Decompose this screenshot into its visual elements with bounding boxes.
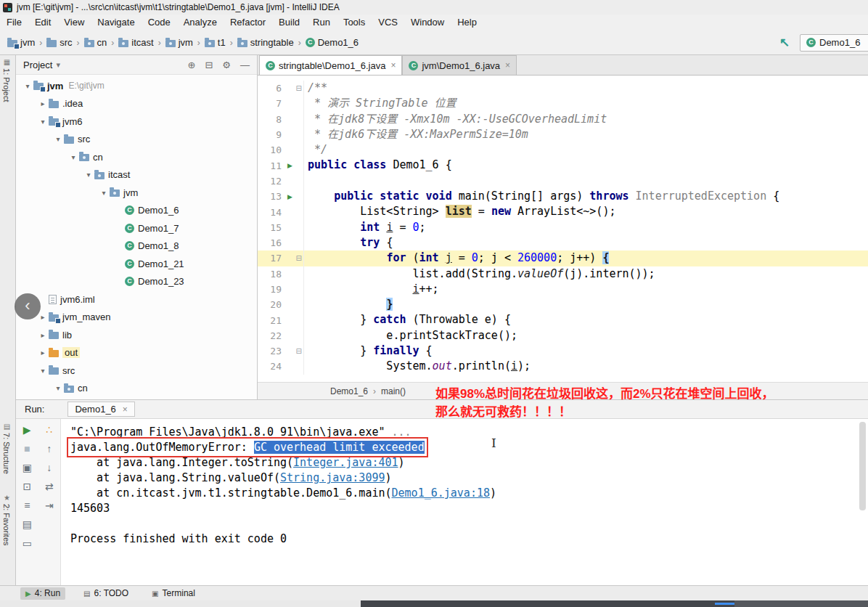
breadcrumb-item[interactable]: cn [83,36,109,49]
scroll-to-end-icon[interactable]: ⇥ [45,500,54,511]
tree-item-src[interactable]: ▾src [16,362,257,380]
breadcrumb-item[interactable]: CDemo1_6 [304,36,360,49]
fold-icon[interactable]: ⊟ [296,347,302,355]
console-token[interactable]: Demo1_6.java:18 [392,486,490,500]
expanded-arrow-icon[interactable]: ▾ [52,384,64,392]
tree-item-Demo1_6[interactable]: CDemo1_6 [16,202,257,220]
code-line[interactable]: 18 list.add(String.valueOf(j).intern()); [258,266,868,282]
tree-item-out[interactable]: ▸out [16,344,257,362]
close-tab-icon[interactable]: × [505,60,510,70]
console-output[interactable]: "C:\Program Files\Java\jdk1.8.0_91\bin\j… [61,419,868,585]
collapsed-arrow-icon[interactable]: ▸ [37,313,49,321]
hide-icon[interactable]: — [240,60,250,70]
toolwindow-tab-terminal[interactable]: ▣Terminal [147,587,200,600]
tree-item-Demo1_8[interactable]: CDemo1_8 [16,237,257,256]
collapsed-arrow-icon[interactable]: ▸ [37,331,49,339]
tree-item-Demo1_23[interactable]: CDemo1_23 [16,273,257,291]
code-line[interactable]: 19 i++; [258,282,868,297]
tree-item-jvm_maven[interactable]: ▸jvm_maven [16,309,257,327]
toolwindow-button-1-project[interactable]: ▦ 1: Project [2,58,11,102]
menu-analyze[interactable]: Analyze [177,15,224,30]
expanded-arrow-icon[interactable]: ▾ [52,135,64,143]
code-line[interactable]: 9 * 在jdk6下设置 -XX:MaxPermSize=10m [258,127,868,142]
collapse-all-icon[interactable]: ⊟ [205,60,213,70]
locate-icon[interactable]: ⊕ [188,60,196,70]
expanded-arrow-icon[interactable]: ▾ [22,82,33,90]
restore-layout-icon[interactable]: ⊡ [22,481,31,492]
tree-item-jvm6-iml[interactable]: jvm6.iml [16,290,257,309]
code-line[interactable]: 12 [258,174,868,189]
menu-file[interactable]: File [0,15,28,30]
console-token[interactable]: String.java:3099 [280,471,385,484]
code-editor[interactable]: 6⊟/**7 * 演示 StringTable 位置8 * 在jdk8下设置 -… [258,76,868,382]
breadcrumb-item[interactable]: stringtable [236,36,295,49]
breadcrumb-class[interactable]: Demo1_6 [330,386,368,396]
code-line[interactable]: 14 List<String> list = new ArrayList<~>(… [258,204,868,219]
breadcrumb-item[interactable]: itcast [117,36,155,49]
tree-item-cn[interactable]: ▾cn [16,148,257,166]
code-line[interactable]: 13▶ public static void main(String[] arg… [258,189,868,204]
toolwindow-button-2-favorites[interactable]: ★ 2: Favorites [2,494,11,546]
expanded-arrow-icon[interactable]: ▾ [83,171,94,179]
thread-dump-icon[interactable]: ▣ [22,462,32,473]
settings-icon[interactable]: ⚙ [222,60,231,70]
menu-run[interactable]: Run [306,15,337,30]
toolwindow-tab-4-run[interactable]: ▶4: Run [20,587,65,600]
toolwindow-button-7-structure[interactable]: ▤ 7: Structure [2,423,11,474]
code-line[interactable]: 6⊟/** [258,81,868,96]
menu-navigate[interactable]: Navigate [91,15,141,30]
menu-code[interactable]: Code [142,15,177,30]
code-line[interactable]: 23⊟ } finally { [258,343,868,359]
rerun-failed-icon[interactable]: ∴ [46,424,52,436]
overlay-prev-button[interactable]: ‹ [15,293,41,319]
code-line[interactable]: 11▶public class Demo1_6 { [258,158,868,173]
expanded-arrow-icon[interactable]: ▾ [67,153,79,161]
close-icon[interactable]: × [123,404,128,415]
fold-icon[interactable]: ⊟ [296,254,302,262]
run-line-icon[interactable]: ▶ [287,193,292,200]
run-line-icon[interactable]: ▶ [287,162,292,169]
menu-build[interactable]: Build [272,15,306,30]
tree-item-src[interactable]: ▾src [16,131,257,149]
tree-item-jvm6[interactable]: ▾jvm6 [16,113,257,131]
print-icon[interactable]: ▤ [22,518,32,530]
menu-tools[interactable]: Tools [337,15,372,30]
settings-icon[interactable]: ≡ [24,500,30,511]
run-config-selector[interactable]: C Demo1_6 [800,34,868,52]
menu-view[interactable]: View [57,15,91,30]
chevron-down-icon[interactable]: ▾ [56,60,60,70]
menu-edit[interactable]: Edit [28,15,57,30]
collapsed-arrow-icon[interactable]: ▸ [37,99,49,107]
down-stacktrace-icon[interactable]: ↓ [46,462,52,473]
editor-tab[interactable]: Cstringtable\Demo1_6.java× [259,55,402,75]
run-tab[interactable]: Demo1_6 × [67,402,134,417]
menu-window[interactable]: Window [404,15,451,30]
console-token[interactable]: Integer.java:401 [293,456,398,469]
tree-item-itcast[interactable]: ▾itcast [16,166,257,184]
collapsed-arrow-icon[interactable]: ▸ [37,349,49,357]
clear-icon[interactable]: ▭ [22,537,32,549]
menu-help[interactable]: Help [451,15,483,30]
breadcrumb-item[interactable]: src [45,36,73,49]
code-line[interactable]: 22 e.printStackTrace(); [258,328,868,343]
expanded-arrow-icon[interactable]: ▾ [37,118,49,126]
code-line[interactable]: 16 try { [258,235,868,250]
code-line[interactable]: 21 } catch (Throwable e) { [258,312,868,327]
breadcrumb-item[interactable]: jvm [164,36,195,49]
breadcrumb-item[interactable]: t1 [203,36,227,49]
rerun-icon[interactable]: ▶ [23,424,31,436]
tree-item-lib[interactable]: ▸lib [16,326,257,344]
menu-vcs[interactable]: VCS [372,15,404,30]
code-line[interactable]: 24 System.out.println(i); [258,359,868,374]
close-tab-icon[interactable]: × [390,60,396,70]
toolwindow-tab-6-todo[interactable]: ▤6: TODO [78,587,134,600]
menu-refactor[interactable]: Refactor [224,15,272,30]
fold-icon[interactable]: ⊟ [296,84,302,92]
code-line[interactable]: 17⊟ for (int j = 0; j < 260000; j++) { [258,250,868,266]
editor-tab[interactable]: Cjvm\Demo1_6.java× [402,55,517,75]
tree-item-jvm[interactable]: ▾jvmE:\git\jvm [16,77,257,95]
tree-item-Demo1_7[interactable]: CDemo1_7 [16,219,257,237]
code-line[interactable]: 20 } [258,297,868,312]
console-scrollbar[interactable] [859,422,866,510]
soft-wrap-icon[interactable]: ⇄ [45,481,54,492]
